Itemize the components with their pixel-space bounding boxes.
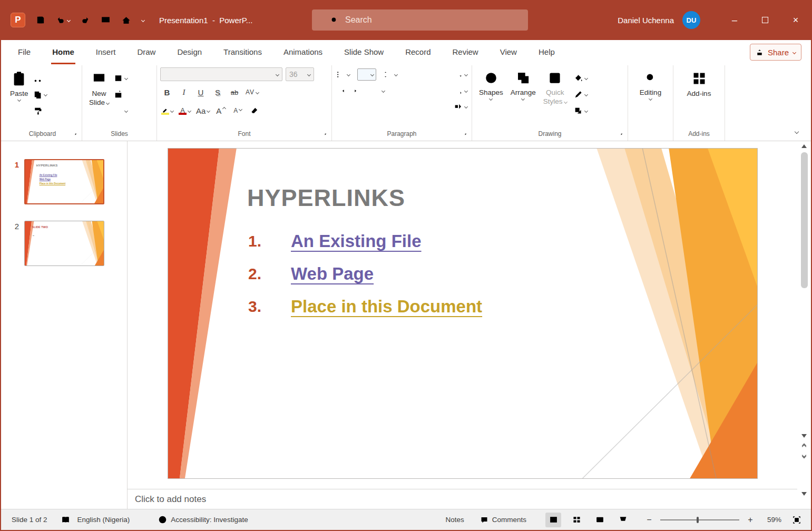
notes-toggle-button[interactable]: Notes bbox=[433, 516, 464, 524]
collapse-ribbon-button[interactable] bbox=[795, 130, 799, 134]
undo-dropdown-icon[interactable] bbox=[67, 18, 71, 22]
user-avatar[interactable]: DU bbox=[682, 11, 700, 29]
save-button[interactable] bbox=[36, 15, 45, 25]
numbering-button[interactable] bbox=[357, 68, 376, 81]
tab-draw[interactable]: Draw bbox=[136, 40, 156, 64]
align-right-button[interactable] bbox=[368, 101, 379, 112]
spell-check-button[interactable] bbox=[61, 515, 70, 524]
format-painter-button[interactable] bbox=[32, 105, 48, 116]
tab-record[interactable]: Record bbox=[404, 40, 432, 64]
search-box[interactable]: Search bbox=[312, 9, 528, 31]
slide-indicator[interactable]: Slide 1 of 2 bbox=[12, 516, 47, 524]
shape-outline-button[interactable] bbox=[573, 88, 589, 100]
strikethrough-button[interactable]: ab bbox=[228, 85, 241, 100]
addins-button[interactable]: Add-ins bbox=[683, 67, 715, 129]
align-center-button[interactable] bbox=[351, 101, 363, 112]
notes-scroll-down-button[interactable] bbox=[801, 492, 807, 496]
maximize-button[interactable] bbox=[750, 0, 780, 40]
zoom-in-button[interactable]: + bbox=[747, 515, 754, 525]
current-slide[interactable]: HYPERLINKS 1. An Existing File 2. Web Pa… bbox=[168, 148, 758, 479]
user-name[interactable]: Daniel Uchenna bbox=[618, 16, 674, 25]
arrange-button[interactable]: Arrange bbox=[507, 67, 540, 129]
hyperlink-web-page[interactable]: Web Page bbox=[291, 264, 374, 284]
increase-indent-button[interactable] bbox=[353, 85, 364, 96]
font-dialog-launcher[interactable] bbox=[324, 133, 330, 139]
font-size-combobox[interactable]: 36 bbox=[286, 67, 314, 81]
bold-button[interactable]: B bbox=[160, 85, 174, 100]
change-case-button[interactable]: Aa bbox=[195, 103, 211, 118]
underline-button[interactable]: U bbox=[194, 85, 208, 100]
zoom-slider[interactable] bbox=[660, 519, 739, 520]
minimize-button[interactable]: – bbox=[719, 0, 750, 40]
reading-view-button[interactable] bbox=[592, 513, 608, 527]
tab-insert[interactable]: Insert bbox=[95, 40, 117, 64]
hyperlink-existing-file[interactable]: An Existing File bbox=[291, 231, 422, 251]
character-spacing-button[interactable]: AV bbox=[244, 85, 260, 100]
section-button[interactable] bbox=[113, 105, 129, 116]
start-from-beginning-button[interactable] bbox=[101, 15, 111, 25]
accessibility-status[interactable]: Accessibility: Investigate bbox=[158, 515, 248, 524]
font-color-button[interactable]: A bbox=[178, 103, 192, 118]
cut-button[interactable] bbox=[32, 72, 48, 84]
normal-view-button[interactable] bbox=[545, 513, 561, 527]
language-status[interactable]: English (Nigeria) bbox=[77, 516, 130, 524]
close-button[interactable]: × bbox=[780, 0, 811, 40]
shape-effects-button[interactable] bbox=[573, 105, 589, 116]
powerpoint-logo[interactable]: P bbox=[11, 13, 25, 27]
scroll-down-button[interactable] bbox=[801, 434, 807, 438]
text-direction-button[interactable] bbox=[453, 85, 468, 96]
zoom-level[interactable]: 59% bbox=[761, 516, 781, 524]
align-left-button[interactable] bbox=[335, 101, 346, 112]
reset-slide-button[interactable] bbox=[113, 88, 129, 100]
slide-canvas[interactable]: HYPERLINKS 1. An Existing File 2. Web Pa… bbox=[128, 141, 797, 489]
scrollbar-thumb[interactable] bbox=[801, 152, 808, 288]
bullets-button[interactable] bbox=[335, 69, 351, 81]
tab-slide-show[interactable]: Slide Show bbox=[343, 40, 385, 64]
home-button[interactable] bbox=[121, 15, 131, 25]
shapes-button[interactable]: Shapes bbox=[475, 67, 507, 129]
shape-fill-button[interactable] bbox=[573, 72, 589, 84]
tab-view[interactable]: View bbox=[499, 40, 518, 64]
previous-slide-button[interactable] bbox=[803, 445, 806, 447]
quick-styles-button[interactable]: QuickStyles bbox=[540, 67, 571, 129]
clipboard-dialog-launcher[interactable] bbox=[74, 133, 80, 139]
italic-button[interactable]: I bbox=[177, 85, 191, 100]
sort-button[interactable] bbox=[453, 69, 468, 81]
increase-font-size-button[interactable]: A bbox=[214, 103, 228, 118]
next-slide-button[interactable] bbox=[803, 455, 806, 457]
tab-transitions[interactable]: Transitions bbox=[222, 40, 263, 64]
hyperlink-place-in-document[interactable]: Place in this Document bbox=[291, 297, 482, 317]
slide-2-thumbnail[interactable]: SLIDE TWO bbox=[24, 221, 104, 266]
slide-1-thumbnail[interactable]: HYPERLINKS An Existing File Web Page Pla… bbox=[24, 159, 104, 204]
tab-home[interactable]: Home bbox=[51, 40, 75, 64]
copy-button[interactable] bbox=[32, 88, 48, 100]
slide-show-button[interactable] bbox=[615, 513, 631, 527]
tab-design[interactable]: Design bbox=[176, 40, 203, 64]
redo-button[interactable] bbox=[81, 15, 90, 25]
decrease-font-size-button[interactable]: A bbox=[231, 103, 244, 118]
drawing-dialog-launcher[interactable] bbox=[620, 133, 626, 139]
text-shadow-button[interactable]: S bbox=[211, 85, 224, 100]
slide-sorter-view-button[interactable] bbox=[569, 513, 584, 527]
customize-quick-access-toolbar-button[interactable] bbox=[142, 19, 144, 22]
fit-slide-to-window-button[interactable] bbox=[789, 513, 805, 527]
comments-button[interactable]: Comments bbox=[480, 516, 526, 524]
line-spacing-button[interactable] bbox=[383, 69, 398, 81]
new-slide-button[interactable]: NewSlide bbox=[85, 67, 113, 129]
tab-help[interactable]: Help bbox=[537, 40, 556, 64]
zoom-slider-thumb[interactable] bbox=[697, 517, 699, 523]
tab-file[interactable]: File bbox=[17, 40, 32, 64]
columns-button[interactable] bbox=[370, 85, 386, 96]
editing-button[interactable]: Editing bbox=[636, 67, 665, 129]
scroll-up-button[interactable] bbox=[801, 144, 807, 148]
notes-pane[interactable]: Click to add notes bbox=[128, 489, 797, 509]
clear-formatting-button[interactable] bbox=[248, 103, 261, 118]
convert-to-smartart-button[interactable] bbox=[453, 101, 468, 112]
text-highlight-color-button[interactable] bbox=[160, 103, 174, 118]
tab-animations[interactable]: Animations bbox=[282, 40, 324, 64]
slide-layout-button[interactable] bbox=[113, 72, 129, 84]
justify-button[interactable] bbox=[384, 101, 395, 112]
undo-button[interactable] bbox=[56, 15, 70, 25]
decrease-indent-button[interactable] bbox=[335, 85, 346, 96]
share-button[interactable]: Share bbox=[750, 44, 801, 61]
